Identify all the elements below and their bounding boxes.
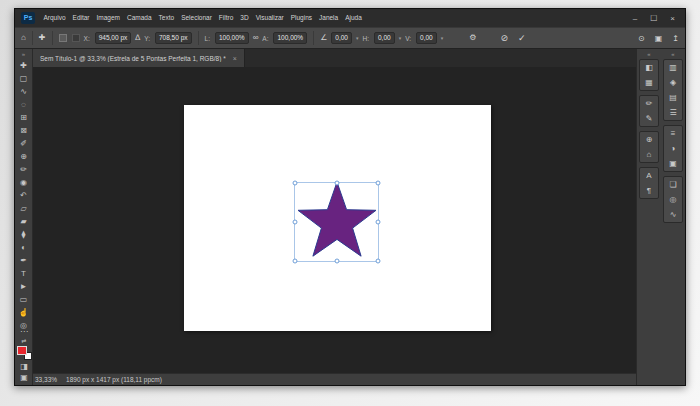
blur-tool[interactable]: ⧫ [17,230,30,239]
menu-texto[interactable]: Texto [155,9,178,27]
width-scale-field[interactable]: 100,00% [215,32,249,44]
menu-3d[interactable]: 3D [237,9,252,27]
minimize-button[interactable]: – [633,14,637,23]
cancel-transform-button[interactable]: ⊘ [500,33,508,43]
link-dimensions-icon[interactable]: ∞ [253,33,259,43]
swap-colors-icon[interactable]: ⇄ [21,338,26,344]
menu-filtro[interactable]: Filtro [215,9,236,27]
brushes-panel-icon[interactable]: ✏ [643,99,655,108]
menu-janela[interactable]: Janela [316,9,342,27]
rectangular-marquee-tool[interactable]: ▢ [17,74,30,83]
dock-expand-icon[interactable]: « [663,50,683,59]
libraries-panel-icon[interactable]: ⌂ [643,150,655,159]
hand-tool[interactable]: ☝ [17,308,30,317]
relative-position-icon[interactable]: ∆ [135,33,140,43]
adjustments-panel-icon[interactable]: ◑ [667,144,679,153]
brush-settings-panel-icon[interactable]: ✎ [643,114,655,123]
close-button[interactable]: × [670,14,675,23]
pen-tool[interactable]: ✒ [17,256,30,265]
document-info[interactable]: 1890 px x 1417 px (118,11 ppcm) [66,376,162,383]
actions-panel-icon[interactable]: ☰ [667,108,679,117]
transform-handle-bottom-middle[interactable] [334,259,339,264]
menu-editar[interactable]: Editar [69,9,93,27]
swatches-panel-icon[interactable]: ▦ [643,78,655,87]
transform-bounding-box[interactable] [294,182,379,262]
search-icon[interactable]: ⊙ [638,34,645,43]
crop-tool[interactable]: ⊞ [17,113,30,122]
menu-imagem[interactable]: Imagem [93,9,123,27]
menu-visualizar[interactable]: Visualizar [252,9,287,27]
transform-handle-middle-left[interactable] [293,220,298,225]
move-tool[interactable]: ✚ [17,61,30,70]
panel-group: ⊕⌂ [639,131,659,163]
navigator-panel-icon[interactable]: ◈ [667,78,679,87]
lasso-tool[interactable]: ∿ [17,87,30,96]
home-icon[interactable]: ⌂ [21,33,26,43]
channels-panel-icon[interactable]: ◎ [667,195,679,204]
brush-tool[interactable]: ✏ [17,165,30,174]
menu-ajuda[interactable]: Ajuda [342,9,366,27]
eyedropper-tool[interactable]: ✐ [17,139,30,148]
v-skew-field[interactable]: 0,00 [416,32,437,44]
reference-point-widget[interactable] [59,34,67,42]
eraser-tool[interactable]: ▱ [17,204,30,213]
history-brush-tool[interactable]: ↶ [17,191,30,200]
zoom-level-field[interactable]: 33,33% [35,376,57,383]
menu-camada[interactable]: Camada [124,9,156,27]
close-tab-icon[interactable]: × [233,55,237,62]
document-canvas[interactable] [184,105,491,331]
move-tool-icon[interactable]: ✚ [39,33,46,43]
dock-expand-icon[interactable]: « [639,50,659,59]
y-position-field[interactable]: 708,50 px [155,32,192,44]
layers-panel-icon[interactable]: ❏ [667,180,679,189]
screen-mode-icon[interactable]: ▣ [20,373,28,382]
color-panel-icon[interactable]: ◧ [643,63,655,72]
frame-tool[interactable]: ⊠ [17,126,30,135]
transform-handle-bottom-left[interactable] [293,259,298,264]
character-panel-icon[interactable]: A [643,171,655,180]
properties-panel-icon[interactable]: ≡ [667,129,679,138]
menu-selecionar[interactable]: Selecionar [178,9,216,27]
paths-panel-icon[interactable]: ∿ [667,210,679,219]
dodge-tool[interactable]: ◐ [17,243,30,252]
document-tab[interactable]: Sem Título-1 @ 33,3% (Estrela de 5 Ponta… [33,49,245,67]
canvas-background[interactable] [33,67,636,373]
quick-mask-icon[interactable]: ◨ [20,362,28,371]
menu-plugins[interactable]: Plugins [287,9,315,27]
chevron-down-icon[interactable]: ▾ [356,35,359,41]
interpolation-icon[interactable]: ⚙ [469,33,476,43]
patterns-panel-icon[interactable]: ▣ [667,159,679,168]
healing-brush-tool[interactable]: ⊕ [17,152,30,161]
transform-handle-top-middle[interactable] [334,181,339,186]
info-panel-icon[interactable]: ▤ [667,93,679,102]
type-tool[interactable]: T [17,269,30,278]
clone-stamp-tool[interactable]: ◉ [17,178,30,187]
edit-toolbar-icon[interactable]: ⋯ [20,327,28,336]
rotation-field[interactable]: 0,00 [331,32,352,44]
menu-bar: Ps ArquivoEditarImagemCamadaTextoSelecio… [15,9,685,27]
transform-handle-bottom-right[interactable] [376,259,381,264]
restore-button[interactable]: ☐ [650,14,657,23]
height-scale-field[interactable]: 100,00% [273,32,307,44]
transform-handle-top-right[interactable] [376,181,381,186]
foreground-color-swatch[interactable] [17,346,27,355]
shape-tool[interactable]: ▭ [17,295,30,304]
chevron-down-icon[interactable]: ▾ [441,35,444,41]
paragraph-panel-icon[interactable]: ¶ [643,186,655,195]
path-selection-tool[interactable]: ► [17,282,30,291]
clone-source-panel-icon[interactable]: ⊕ [643,135,655,144]
toolbar-expand-icon[interactable]: » [15,49,32,59]
reference-point-toggle[interactable] [72,34,80,42]
share-icon[interactable]: ↥ [672,34,679,43]
quick-selection-tool[interactable]: ◌ [17,100,30,109]
workspace-icon[interactable]: ▣ [655,34,663,43]
chevron-down-icon[interactable]: ▾ [399,35,402,41]
commit-transform-button[interactable]: ✓ [518,33,526,43]
transform-handle-middle-right[interactable] [376,220,381,225]
histogram-panel-icon[interactable]: ▥ [667,63,679,72]
h-skew-field[interactable]: 0,00 [374,32,395,44]
x-position-field[interactable]: 945,00 px [95,32,132,44]
menu-arquivo[interactable]: Arquivo [40,9,69,27]
transform-handle-top-left[interactable] [293,181,298,186]
gradient-tool[interactable]: ▰ [17,217,30,226]
